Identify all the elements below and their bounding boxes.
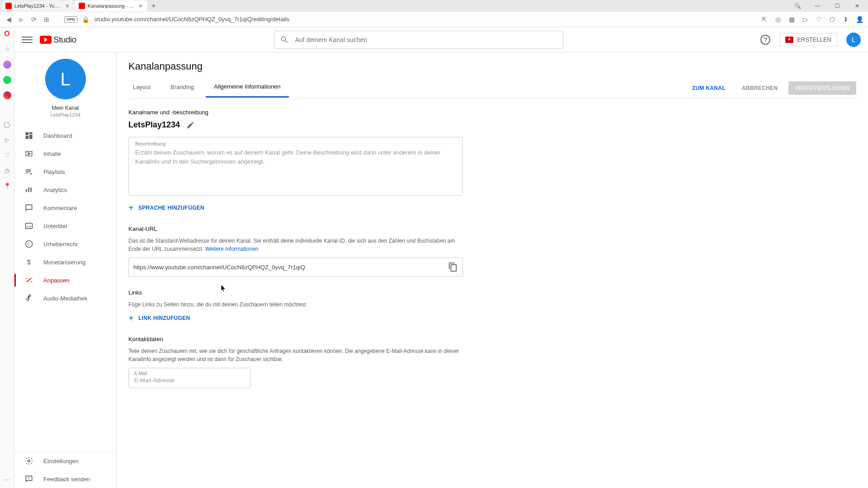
lock-icon: 🔒: [82, 15, 90, 23]
apps-icon[interactable]: ⊞: [42, 15, 51, 23]
app-header: Studio ? ERSTELLEN L: [14, 27, 868, 28]
heart-icon[interactable]: ♡: [815, 15, 823, 23]
opera-sidebar: O ☆ ◯ ▷ ♡ ◷ 📍 ⋯: [0, 27, 14, 28]
toolbar-icon[interactable]: ▦: [788, 15, 796, 23]
download-icon[interactable]: ⬇: [842, 15, 850, 23]
toolbar-icon[interactable]: ◎: [774, 15, 782, 23]
maximize-button[interactable]: ☐: [828, 0, 846, 12]
browser-tab-active[interactable]: Kanalanpassung - YouTube ×: [75, 0, 147, 11]
toolbar-icon[interactable]: ⬡: [828, 15, 836, 23]
tab-title: Kanalanpassung - YouTube: [88, 3, 135, 9]
forward-button[interactable]: ▶: [17, 15, 25, 23]
search-browser-icon[interactable]: 🔍: [788, 0, 807, 12]
youtube-favicon-icon: [79, 3, 85, 9]
reload-button[interactable]: ⟳: [30, 15, 38, 23]
toolbar-icon[interactable]: ⇱: [760, 15, 769, 23]
profile-icon[interactable]: 👤: [855, 15, 863, 23]
browser-tab-bar: LetsPlay1234 - YouTube × Kanalanpassung …: [0, 0, 868, 12]
address-bar: ◀ ▶ ⟳ ⊞ VPN 🔒 studio.youtube.com/channel…: [0, 12, 868, 27]
youtube-favicon-icon: [5, 3, 12, 9]
close-icon[interactable]: ×: [64, 3, 71, 9]
vpn-badge[interactable]: VPN: [64, 16, 77, 23]
close-icon[interactable]: ×: [137, 3, 144, 9]
url-text[interactable]: studio.youtube.com/channel/UCocN6zQPHQZ_…: [94, 16, 756, 23]
browser-tab[interactable]: LetsPlay1234 - YouTube ×: [2, 0, 74, 11]
toolbar-icon[interactable]: ▷: [801, 15, 809, 23]
minimize-button[interactable]: —: [808, 0, 826, 12]
tab-title: LetsPlay1234 - YouTube: [14, 3, 61, 9]
back-button[interactable]: ◀: [5, 15, 13, 23]
new-tab-button[interactable]: +: [148, 0, 159, 11]
close-window-button[interactable]: ✕: [848, 0, 866, 12]
